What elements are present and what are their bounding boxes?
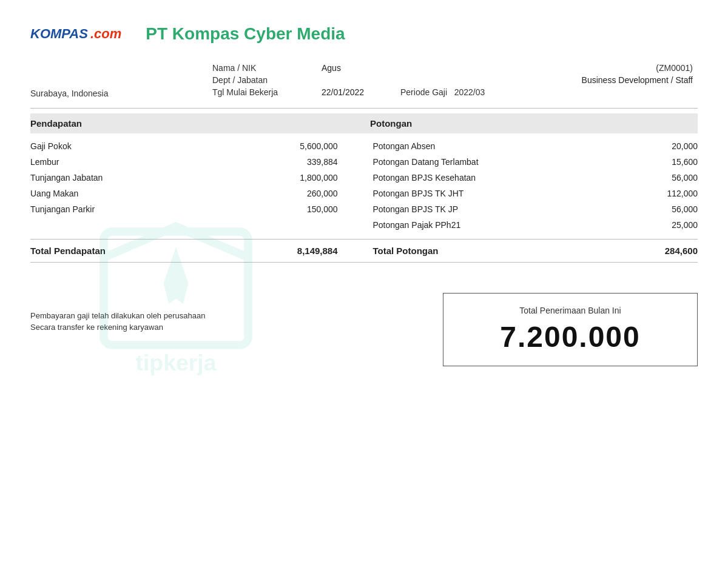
pendapatan-value-1: 339,884 — [223, 154, 337, 170]
logo-container: KOMPAS.com — [30, 26, 121, 42]
total-penerimaan-box: Total Penerimaan Bulan Ini 7.200.000 — [443, 293, 698, 366]
potongan-label-1: Potongan Datang Terlambat — [372, 154, 601, 170]
payslip-page: tipkerja KOMPAS.com PT Kompas Cyber Medi… — [0, 0, 728, 567]
potongan-label-0: Potongan Absen — [372, 138, 601, 154]
pendapatan-value-3: 260,000 — [223, 186, 337, 201]
table-row: Tunjangan Parkir 150,000 Potongan BPJS T… — [30, 201, 698, 217]
table-row: Lembur 339,884 Potongan Datang Terlambat… — [30, 154, 698, 170]
location-text: Surabaya, Indonesia — [30, 89, 108, 98]
total-potongan-value: 284,600 — [601, 240, 698, 263]
label-dept: Dept / Jabatan — [212, 74, 322, 86]
pendapatan-label-0: Gaji Pokok — [30, 138, 223, 154]
value-tgl: 22/01/2022 — [322, 86, 394, 98]
table-row: Potongan Pajak PPh21 25,000 — [30, 217, 698, 233]
section-headers: Pendapatan Potongan — [30, 113, 698, 133]
info-row-dept: Dept / Jabatan Business Development / St… — [212, 74, 698, 86]
label-periode-inline: Periode Gaji 2022/03 — [394, 86, 698, 98]
pendapatan-label-4: Tunjangan Parkir — [30, 201, 223, 217]
info-row-nama: Nama / NIK Agus (ZM0001) — [212, 62, 698, 74]
pendapatan-label-3: Uang Makan — [30, 186, 223, 201]
company-name: PT Kompas Cyber Media — [146, 24, 345, 44]
total-penerimaan-amount: 7.200.000 — [462, 320, 679, 354]
total-pendapatan-label: Total Pendapatan — [30, 240, 223, 263]
potongan-label-5: Potongan Pajak PPh21 — [372, 217, 601, 233]
label-periode: Periode Gaji — [400, 87, 447, 97]
potongan-label-2: Potongan BPJS Kesehatan — [372, 170, 601, 186]
potongan-label-3: Potongan BPJS TK JHT — [372, 186, 601, 201]
label-tgl: Tgl Mulai Bekerja — [212, 86, 322, 98]
info-table: Nama / NIK Agus (ZM0001) Dept / Jabatan … — [212, 62, 698, 98]
main-content-table: Gaji Pokok 5,600,000 Potongan Absen 20,0… — [30, 138, 698, 263]
potongan-value-5: 25,000 — [601, 217, 698, 233]
header-section: KOMPAS.com PT Kompas Cyber Media — [30, 24, 698, 44]
total-potongan-label: Total Potongan — [372, 240, 601, 263]
potongan-value-0: 20,000 — [601, 138, 698, 154]
potongan-value-1: 15,600 — [601, 154, 698, 170]
potongan-value-2: 56,000 — [601, 170, 698, 186]
potongan-value-3: 112,000 — [601, 186, 698, 201]
pendapatan-value-4: 150,000 — [223, 201, 337, 217]
divider-top — [30, 108, 698, 109]
value-dept: Business Development / Staff — [322, 74, 698, 86]
value-nik: (ZM0001) — [394, 62, 698, 74]
pendapatan-value-2: 1,800,000 — [223, 170, 337, 186]
table-row: Tunjangan Jabatan 1,800,000 Potongan BPJ… — [30, 170, 698, 186]
total-penerimaan-label: Total Penerimaan Bulan Ini — [462, 306, 679, 315]
bottom-notes: Pembayaran gaji telah dilakukan oleh per… — [30, 293, 443, 334]
label-nama: Nama / NIK — [212, 62, 322, 74]
total-pendapatan-value: 8,149,884 — [223, 240, 337, 263]
note-1: Pembayaran gaji telah dilakukan oleh per… — [30, 311, 443, 320]
logo-kompas: KOMPAS — [30, 26, 88, 41]
pendapatan-value-0: 5,600,000 — [223, 138, 337, 154]
value-nama: Agus — [322, 62, 394, 74]
pendapatan-label-1: Lembur — [30, 154, 223, 170]
info-left: Surabaya, Indonesia — [30, 62, 212, 98]
employee-info-section: Surabaya, Indonesia Nama / NIK Agus (ZM0… — [30, 62, 698, 98]
note-2: Secara transfer ke rekening karyawan — [30, 323, 443, 332]
info-row-tgl: Tgl Mulai Bekerja 22/01/2022 Periode Gaj… — [212, 86, 698, 98]
table-row: Gaji Pokok 5,600,000 Potongan Absen 20,0… — [30, 138, 698, 154]
header-pendapatan: Pendapatan — [30, 118, 358, 129]
pendapatan-label-2: Tunjangan Jabatan — [30, 170, 223, 186]
potongan-label-4: Potongan BPJS TK JP — [372, 201, 601, 217]
header-potongan: Potongan — [358, 118, 698, 129]
logo-com: .com — [90, 26, 121, 41]
value-periode: 2022/03 — [454, 87, 485, 97]
bottom-section: Pembayaran gaji telah dilakukan oleh per… — [30, 293, 698, 366]
info-right: Nama / NIK Agus (ZM0001) Dept / Jabatan … — [212, 62, 698, 98]
total-row: Total Pendapatan 8,149,884 Total Potonga… — [30, 240, 698, 263]
potongan-value-4: 56,000 — [601, 201, 698, 217]
spacer-row — [30, 233, 698, 240]
table-row: Uang Makan 260,000 Potongan BPJS TK JHT … — [30, 186, 698, 201]
